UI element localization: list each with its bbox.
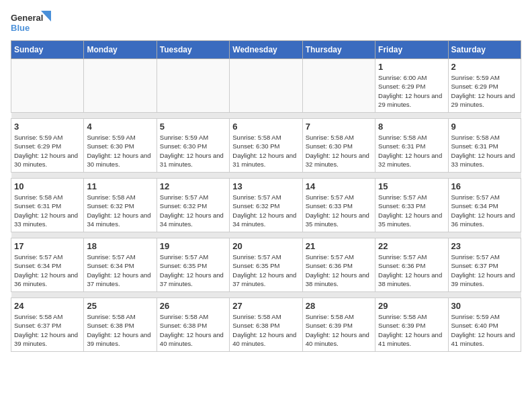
calendar-cell-w3d0: 17Sunrise: 5:57 AM Sunset: 6:34 PM Dayli… [11,238,84,292]
day-number: 9 [451,122,518,132]
calendar-cell-w2d0: 10Sunrise: 5:58 AM Sunset: 6:31 PM Dayli… [11,179,84,232]
day-number: 24 [14,301,81,311]
calendar-cell-w1d4: 7Sunrise: 5:58 AM Sunset: 6:30 PM Daylig… [302,119,375,173]
day-number: 17 [14,241,81,251]
day-number: 21 [306,241,372,251]
calendar-header-friday: Friday [375,41,448,59]
calendar-cell-w0d2 [157,59,229,113]
day-number: 19 [160,241,226,251]
calendar-table: SundayMondayTuesdayWednesdayThursdayFrid… [11,40,521,352]
day-number: 13 [232,181,299,191]
calendar-cell-w3d4: 21Sunrise: 5:57 AM Sunset: 6:36 PM Dayli… [302,238,375,292]
calendar-header-thursday: Thursday [302,41,375,59]
day-number: 25 [87,301,153,311]
day-number: 11 [87,181,153,191]
calendar-cell-w1d6: 9Sunrise: 5:58 AM Sunset: 6:31 PM Daylig… [448,119,521,173]
calendar-cell-w1d5: 8Sunrise: 5:58 AM Sunset: 6:31 PM Daylig… [375,119,448,173]
calendar-cell-w0d1 [84,59,157,113]
day-info: Sunrise: 5:59 AM Sunset: 6:30 PM Dayligh… [160,133,226,169]
day-number: 20 [232,241,299,251]
separator-cell [11,232,521,238]
day-number: 10 [14,181,81,191]
calendar-header-monday: Monday [84,41,157,59]
calendar-header-sunday: Sunday [11,41,84,59]
day-info: Sunrise: 5:58 AM Sunset: 6:32 PM Dayligh… [87,193,153,228]
calendar-cell-w4d4: 28Sunrise: 5:58 AM Sunset: 6:39 PM Dayli… [302,298,375,352]
day-info: Sunrise: 5:58 AM Sunset: 6:38 PM Dayligh… [160,312,226,348]
calendar-cell-w0d5: 1Sunrise: 6:00 AM Sunset: 6:29 PM Daylig… [375,59,448,113]
calendar-cell-w1d3: 6Sunrise: 5:58 AM Sunset: 6:30 PM Daylig… [230,119,302,173]
day-info: Sunrise: 5:58 AM Sunset: 6:30 PM Dayligh… [306,133,372,169]
day-number: 12 [160,181,226,191]
day-info: Sunrise: 5:58 AM Sunset: 6:37 PM Dayligh… [14,312,81,348]
day-number: 6 [232,122,299,132]
day-number: 22 [378,241,445,251]
calendar-cell-w1d2: 5Sunrise: 5:59 AM Sunset: 6:30 PM Daylig… [157,119,229,173]
day-info: Sunrise: 5:58 AM Sunset: 6:31 PM Dayligh… [14,193,81,228]
day-number: 29 [378,301,445,311]
day-info: Sunrise: 6:00 AM Sunset: 6:29 PM Dayligh… [378,73,445,109]
svg-text:Blue: Blue [11,23,30,33]
day-info: Sunrise: 5:57 AM Sunset: 6:37 PM Dayligh… [451,253,518,288]
calendar-cell-w3d5: 22Sunrise: 5:57 AM Sunset: 6:36 PM Dayli… [375,238,448,292]
logo-svg: GeneralBlue [11,11,51,35]
calendar-cell-w4d2: 26Sunrise: 5:58 AM Sunset: 6:38 PM Dayli… [157,298,229,352]
day-info: Sunrise: 5:57 AM Sunset: 6:34 PM Dayligh… [451,193,518,228]
calendar-header-row: SundayMondayTuesdayWednesdayThursdayFrid… [11,41,521,59]
calendar-cell-w2d3: 13Sunrise: 5:57 AM Sunset: 6:32 PM Dayli… [230,179,302,232]
day-info: Sunrise: 5:57 AM Sunset: 6:35 PM Dayligh… [232,253,299,288]
day-info: Sunrise: 5:57 AM Sunset: 6:36 PM Dayligh… [306,253,372,288]
calendar-header-tuesday: Tuesday [157,41,229,59]
day-info: Sunrise: 5:59 AM Sunset: 6:30 PM Dayligh… [87,133,153,169]
week-separator [11,113,521,119]
separator-cell [11,292,521,298]
day-number: 18 [87,241,153,251]
calendar-cell-w4d1: 25Sunrise: 5:58 AM Sunset: 6:38 PM Dayli… [84,298,157,352]
day-info: Sunrise: 5:57 AM Sunset: 6:33 PM Dayligh… [306,193,372,228]
day-number: 5 [160,122,226,132]
calendar-cell-w4d3: 27Sunrise: 5:58 AM Sunset: 6:38 PM Dayli… [230,298,302,352]
day-info: Sunrise: 5:58 AM Sunset: 6:31 PM Dayligh… [378,133,445,169]
day-number: 8 [378,122,445,132]
calendar-body: 1Sunrise: 6:00 AM Sunset: 6:29 PM Daylig… [11,59,521,352]
week-separator [11,232,521,238]
calendar-cell-w1d1: 4Sunrise: 5:59 AM Sunset: 6:30 PM Daylig… [84,119,157,173]
calendar-cell-w2d6: 16Sunrise: 5:57 AM Sunset: 6:34 PM Dayli… [448,179,521,232]
svg-text:General: General [11,13,43,23]
calendar-cell-w3d6: 23Sunrise: 5:57 AM Sunset: 6:37 PM Dayli… [448,238,521,292]
day-info: Sunrise: 5:58 AM Sunset: 6:31 PM Dayligh… [451,133,518,169]
day-info: Sunrise: 5:57 AM Sunset: 6:32 PM Dayligh… [160,193,226,228]
calendar-week-1: 3Sunrise: 5:59 AM Sunset: 6:29 PM Daylig… [11,119,521,173]
calendar-header-saturday: Saturday [448,41,521,59]
day-number: 14 [306,181,372,191]
calendar-cell-w3d2: 19Sunrise: 5:57 AM Sunset: 6:35 PM Dayli… [157,238,229,292]
calendar-cell-w1d0: 3Sunrise: 5:59 AM Sunset: 6:29 PM Daylig… [11,119,84,173]
calendar-cell-w0d0 [11,59,84,113]
calendar-cell-w0d3 [230,59,302,113]
day-number: 2 [451,62,518,72]
calendar-cell-w0d6: 2Sunrise: 5:59 AM Sunset: 6:29 PM Daylig… [448,59,521,113]
calendar-cell-w3d3: 20Sunrise: 5:57 AM Sunset: 6:35 PM Dayli… [230,238,302,292]
day-info: Sunrise: 5:57 AM Sunset: 6:34 PM Dayligh… [14,253,81,288]
day-number: 3 [14,122,81,132]
day-number: 16 [451,181,518,191]
day-info: Sunrise: 5:58 AM Sunset: 6:39 PM Dayligh… [306,312,372,348]
calendar-cell-w0d4 [302,59,375,113]
day-number: 23 [451,241,518,251]
day-info: Sunrise: 5:59 AM Sunset: 6:29 PM Dayligh… [14,133,81,169]
calendar-cell-w4d6: 30Sunrise: 5:59 AM Sunset: 6:40 PM Dayli… [448,298,521,352]
logo: GeneralBlue [11,11,51,35]
header: GeneralBlue [11,11,521,35]
calendar-cell-w4d5: 29Sunrise: 5:58 AM Sunset: 6:39 PM Dayli… [375,298,448,352]
day-info: Sunrise: 5:57 AM Sunset: 6:35 PM Dayligh… [160,253,226,288]
calendar-week-3: 17Sunrise: 5:57 AM Sunset: 6:34 PM Dayli… [11,238,521,292]
calendar-cell-w3d1: 18Sunrise: 5:57 AM Sunset: 6:34 PM Dayli… [84,238,157,292]
day-number: 15 [378,181,445,191]
week-separator [11,173,521,179]
day-info: Sunrise: 5:57 AM Sunset: 6:36 PM Dayligh… [378,253,445,288]
calendar-cell-w4d0: 24Sunrise: 5:58 AM Sunset: 6:37 PM Dayli… [11,298,84,352]
day-info: Sunrise: 5:57 AM Sunset: 6:33 PM Dayligh… [378,193,445,228]
calendar-cell-w2d4: 14Sunrise: 5:57 AM Sunset: 6:33 PM Dayli… [302,179,375,232]
day-info: Sunrise: 5:58 AM Sunset: 6:38 PM Dayligh… [87,312,153,348]
week-separator [11,292,521,298]
